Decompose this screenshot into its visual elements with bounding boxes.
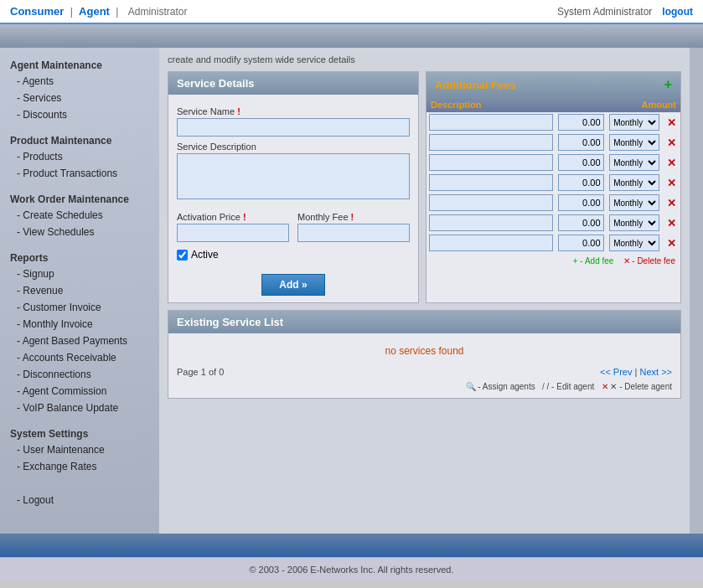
sidebar-item-signup[interactable]: - Signup	[0, 266, 159, 282]
fee-delete-7[interactable]: ✕	[665, 237, 678, 250]
sidebar-section-system-settings: System Settings	[0, 423, 159, 441]
fee-row-7: Monthly ✕	[426, 233, 680, 253]
sidebar-item-services[interactable]: - Services	[0, 90, 159, 106]
prev-link[interactable]: << Prev	[600, 367, 633, 377]
sidebar-item-exchange-rates[interactable]: - Exchange Rates	[0, 458, 159, 475]
sidebar-item-disconnections[interactable]: - Disconnections	[0, 366, 159, 383]
service-legend-row: 🔍 - Assign agents / / - Edit agent ✕ ✕ -…	[177, 380, 672, 393]
fee-desc-3[interactable]	[429, 154, 553, 171]
sidebar-item-agent-based-payments[interactable]: - Agent Based Payments	[0, 333, 159, 349]
monthly-fee-label: Monthly Fee !	[297, 212, 410, 222]
sidebar-item-create-schedules[interactable]: - Create Schedules	[0, 207, 159, 224]
top-user-area: System Administrator logout	[557, 6, 693, 18]
fee-freq-4[interactable]: Monthly	[609, 174, 659, 191]
service-name-input[interactable]	[177, 118, 410, 137]
fee-desc-1[interactable]	[429, 114, 553, 131]
fee-desc-7[interactable]	[429, 235, 553, 251]
fee-freq-2[interactable]: Monthly	[609, 134, 659, 151]
nav-consumer[interactable]: Consumer	[10, 5, 64, 18]
existing-service-list-body: no services found Page 1 of 0 << Prev | …	[168, 333, 680, 398]
right-scroll-bar[interactable]	[690, 48, 703, 534]
fee-desc-2[interactable]	[429, 134, 553, 151]
fee-freq-1[interactable]: Monthly	[609, 114, 659, 131]
fee-row-3: Monthly ✕	[426, 152, 680, 173]
active-checkbox[interactable]	[177, 250, 188, 260]
sidebar-item-discounts[interactable]: - Discounts	[0, 106, 159, 123]
sidebar-section-product-maintenance: Product Maintenance	[0, 130, 159, 148]
existing-service-list-header: Existing Service List	[168, 311, 680, 333]
fee-amount-6[interactable]	[558, 214, 604, 231]
edit-agent-label: / - Edit agent	[547, 382, 595, 391]
fee-amount-3[interactable]	[558, 154, 604, 171]
service-description-input[interactable]	[177, 153, 410, 199]
active-row: Active	[177, 249, 410, 260]
footer: © 2003 - 2006 E-Networks Inc. All rights…	[0, 557, 703, 581]
sidebar-item-accounts-receivable[interactable]: - Accounts Receivable	[0, 349, 159, 366]
sidebar-item-agent-commission[interactable]: - Agent Commission	[0, 383, 159, 400]
sidebar-item-view-schedules[interactable]: - View Schedules	[0, 224, 159, 240]
top-nav-links: Consumer | Agent | Administrator	[10, 5, 190, 18]
activation-price-input[interactable]: 0.00	[177, 224, 289, 242]
add-fee-icon[interactable]: +	[664, 77, 672, 92]
sub-nav-bar	[0, 24, 703, 48]
next-link[interactable]: Next >>	[639, 367, 672, 377]
sidebar-item-user-maintenance[interactable]: - User Maintenance	[0, 441, 159, 458]
sidebar-item-monthly-invoice[interactable]: - Monthly Invoice	[0, 316, 159, 333]
fee-delete-4[interactable]: ✕	[665, 177, 678, 189]
fee-delete-3[interactable]: ✕	[665, 157, 678, 169]
sidebar-item-customer-invoice[interactable]: - Customer Invoice	[0, 299, 159, 316]
additional-fees-title: Additional Fees	[435, 79, 516, 91]
system-admin-label: System Administrator	[557, 6, 652, 18]
fee-freq-3[interactable]: Monthly	[609, 154, 659, 171]
pagination-row: Page 1 of 0 << Prev | Next >>	[177, 364, 672, 380]
sidebar-item-logout[interactable]: - Logout	[0, 492, 159, 508]
fee-amount-2[interactable]	[558, 134, 604, 151]
fee-delete-6[interactable]: ✕	[665, 217, 678, 230]
sidebar-section-agent-maintenance: Agent Maintenance	[0, 54, 159, 73]
fee-desc-6[interactable]	[429, 214, 553, 231]
nav-sep2: |	[116, 6, 121, 18]
sidebar-item-revenue[interactable]: - Revenue	[0, 282, 159, 299]
add-fee-legend: + - Add fee	[573, 256, 614, 266]
description-col-header: Description	[426, 97, 556, 112]
sidebar-item-agents[interactable]: - Agents	[0, 73, 159, 90]
sidebar-section-reports: Reports	[0, 247, 159, 266]
fee-amount-7[interactable]	[558, 235, 604, 251]
delete-agent-label: ✕ - Delete agent	[610, 382, 672, 391]
top-panels-row: Service Details Service Name ! Service D…	[168, 71, 681, 303]
fee-freq-7[interactable]: Monthly	[609, 235, 659, 251]
content-description: create and modify system wide service de…	[168, 54, 681, 64]
sidebar-item-voip-balance-update[interactable]: - VoIP Balance Update	[0, 400, 159, 416]
service-details-title: Service Details	[177, 77, 255, 90]
additional-fees-header: Additional Fees +	[426, 72, 680, 97]
monthly-fee-input[interactable]: 0.00	[297, 224, 410, 242]
activation-price-required: !	[243, 212, 246, 222]
edit-agent-icon: /	[542, 382, 545, 391]
fee-amount-5[interactable]	[558, 194, 604, 211]
add-button[interactable]: Add »	[261, 274, 324, 296]
sidebar-item-products[interactable]: - Products	[0, 148, 159, 165]
sidebar-item-product-transactions[interactable]: - Product Transactions	[0, 165, 159, 182]
service-details-panel: Service Details Service Name ! Service D…	[168, 71, 419, 303]
delete-agent-icon: ✕	[602, 382, 608, 391]
fee-delete-5[interactable]: ✕	[665, 197, 678, 209]
fee-amount-1[interactable]	[558, 114, 604, 131]
fee-freq-5[interactable]: Monthly	[609, 194, 659, 211]
fee-desc-4[interactable]	[429, 174, 553, 191]
active-label: Active	[191, 249, 219, 260]
monthly-fee-field: Monthly Fee ! 0.00	[297, 207, 410, 242]
fee-amount-4[interactable]	[558, 174, 604, 191]
fee-delete-2[interactable]: ✕	[665, 137, 678, 149]
content-area: create and modify system wide service de…	[159, 48, 690, 534]
fee-desc-5[interactable]	[429, 194, 553, 211]
bottom-bar	[0, 534, 703, 557]
fees-table: Description Amount Monthly ✕	[426, 97, 680, 253]
assign-agents-label: - Assign agents	[478, 382, 535, 391]
service-name-label: Service Name !	[177, 106, 410, 116]
fee-delete-1[interactable]: ✕	[665, 116, 678, 129]
nav-agent[interactable]: Agent	[79, 5, 110, 18]
service-description-label: Service Description	[177, 142, 410, 152]
logout-link[interactable]: logout	[662, 6, 693, 18]
fee-freq-6[interactable]: Monthly	[609, 214, 659, 231]
service-name-required: !	[237, 106, 240, 116]
